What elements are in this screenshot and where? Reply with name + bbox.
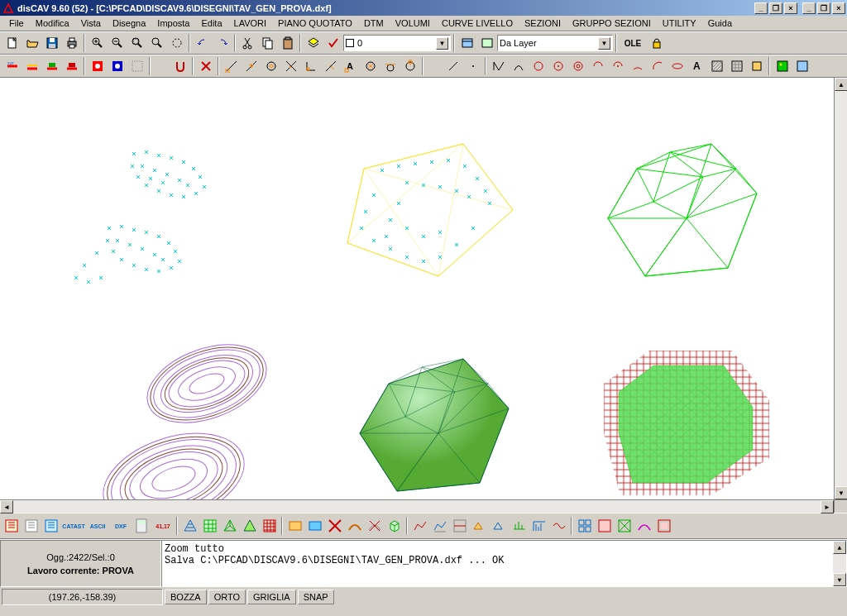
scroll-track[interactable]: [835, 91, 847, 486]
ascii-button[interactable]: ASCII: [86, 517, 109, 535]
btool-g1-icon[interactable]: [575, 517, 594, 535]
cut-icon[interactable]: [238, 34, 257, 52]
restore-button[interactable]: ❐: [817, 2, 830, 14]
flag-dots-icon[interactable]: [127, 57, 146, 75]
vertical-scrollbar[interactable]: ▲ ▼: [834, 78, 847, 499]
draw-arc2-icon[interactable]: [588, 57, 607, 75]
btool-shade-icon[interactable]: [240, 517, 259, 535]
btool-vol2-icon[interactable]: [305, 517, 324, 535]
paste-icon[interactable]: [278, 34, 297, 52]
btool-calc-icon[interactable]: [132, 517, 151, 535]
btool-3d-icon[interactable]: [385, 517, 404, 535]
mode-bozza[interactable]: BOZZA: [165, 590, 207, 604]
redo-icon[interactable]: [213, 34, 232, 52]
pan-icon[interactable]: [167, 34, 186, 52]
close-button[interactable]: ×: [832, 2, 845, 14]
scroll-up-icon[interactable]: ▲: [835, 78, 847, 91]
menu-dtm[interactable]: DTM: [358, 17, 390, 30]
minimize-button[interactable]: _: [802, 2, 816, 14]
layer-props-icon[interactable]: [457, 34, 476, 52]
tool-red2-icon[interactable]: [22, 57, 41, 75]
scroll-right-icon[interactable]: ►: [821, 500, 834, 513]
snap-tan-icon[interactable]: [380, 57, 400, 75]
btool-xvol-icon[interactable]: [325, 517, 344, 535]
zoom-in-icon[interactable]: [88, 34, 107, 52]
menu-disegna[interactable]: Disegna: [107, 17, 151, 30]
menu-guida[interactable]: Guida: [702, 17, 738, 30]
snap-end-icon[interactable]: [222, 57, 241, 75]
check-icon[interactable]: [323, 34, 342, 52]
hatch-icon[interactable]: [707, 57, 726, 75]
mode-orto[interactable]: ORTO: [208, 590, 246, 604]
snap-perp-icon[interactable]: [301, 57, 320, 75]
draw-arc5-icon[interactable]: [648, 57, 667, 75]
linetype-combo[interactable]: Da Layer ▼: [497, 35, 613, 51]
menu-vista[interactable]: Vista: [75, 17, 107, 30]
btool-sec4-icon[interactable]: [470, 517, 489, 535]
btool3-icon[interactable]: [42, 517, 61, 535]
menu-sezioni[interactable]: SEZIONI: [519, 17, 567, 30]
dxf-button[interactable]: DXF: [110, 517, 132, 535]
btool-sec3-icon[interactable]: [450, 517, 469, 535]
save-icon[interactable]: [42, 34, 61, 52]
draw-donut-icon[interactable]: [568, 57, 587, 75]
scroll-up-icon[interactable]: ▲: [833, 541, 846, 554]
snap-quad-icon[interactable]: [400, 57, 419, 75]
btool-sec5-icon[interactable]: [490, 517, 509, 535]
btool-sec8-icon[interactable]: [549, 517, 568, 535]
draw-text-icon[interactable]: A: [687, 57, 706, 75]
menu-volumi[interactable]: VOLUMI: [390, 17, 436, 30]
print-icon[interactable]: [62, 34, 81, 52]
flag-red-icon[interactable]: [88, 57, 107, 75]
dropdown-arrow-icon[interactable]: ▼: [598, 37, 610, 50]
btool-g4-icon[interactable]: [634, 517, 653, 535]
btool-grid-icon[interactable]: [260, 517, 279, 535]
scroll-down-icon[interactable]: ▼: [835, 486, 847, 499]
snap-x-icon[interactable]: [196, 57, 215, 75]
btool-sec2-icon[interactable]: [430, 517, 449, 535]
block-icon[interactable]: [747, 57, 766, 75]
btool-sec6-icon[interactable]: [510, 517, 529, 535]
btool-g2-icon[interactable]: [595, 517, 614, 535]
menu-imposta[interactable]: Imposta: [151, 17, 195, 30]
tool-red3-icon[interactable]: [42, 57, 61, 75]
btool-tri-icon[interactable]: [180, 517, 199, 535]
draw-arc-icon[interactable]: [509, 57, 528, 75]
menu-file[interactable]: File: [3, 17, 30, 30]
mdi-close-button[interactable]: ×: [784, 2, 797, 14]
drawing-canvas[interactable]: [0, 78, 834, 499]
log-scrollbar[interactable]: ▲ ▼: [833, 541, 846, 586]
draw-ellipse-icon[interactable]: [668, 57, 687, 75]
horizontal-scrollbar[interactable]: ◄ ►: [0, 499, 847, 513]
ole-button[interactable]: OLE: [620, 34, 646, 52]
snap-mid-icon[interactable]: [242, 57, 261, 75]
snap-ins-icon[interactable]: A: [341, 57, 360, 75]
scroll-track[interactable]: [13, 500, 821, 513]
btool2-icon[interactable]: [22, 517, 41, 535]
btool-g3-icon[interactable]: [615, 517, 634, 535]
draw-polyline-icon[interactable]: [489, 57, 508, 75]
btool-sec7-icon[interactable]: [529, 517, 548, 535]
zoom-all-icon[interactable]: [147, 34, 166, 52]
layers-icon[interactable]: [304, 34, 323, 52]
menu-lavori[interactable]: LAVORI: [228, 17, 273, 30]
btool-g5-icon[interactable]: [654, 517, 673, 535]
scroll-down-icon[interactable]: ▼: [833, 573, 846, 586]
btool1-icon[interactable]: [2, 517, 22, 535]
mdi-restore-button[interactable]: ❐: [769, 2, 782, 14]
hatch2-icon[interactable]: [727, 57, 746, 75]
image-icon[interactable]: [773, 57, 792, 75]
btool-sec1-icon[interactable]: [410, 517, 429, 535]
btool-tin-icon[interactable]: [220, 517, 239, 535]
draw-line-icon[interactable]: [443, 57, 462, 75]
draw-circle2-icon[interactable]: [548, 57, 567, 75]
tool-red1-icon[interactable]: xyz: [2, 57, 22, 75]
view-icon[interactable]: [792, 57, 811, 75]
open-icon[interactable]: [22, 34, 41, 52]
snap-near-icon[interactable]: [321, 57, 340, 75]
num-button[interactable]: 41,17: [152, 517, 174, 535]
magnet-icon[interactable]: [170, 57, 189, 75]
btool-mesh-icon[interactable]: [200, 517, 219, 535]
draw-arc4-icon[interactable]: [628, 57, 647, 75]
menu-modifica[interactable]: Modifica: [30, 17, 75, 30]
